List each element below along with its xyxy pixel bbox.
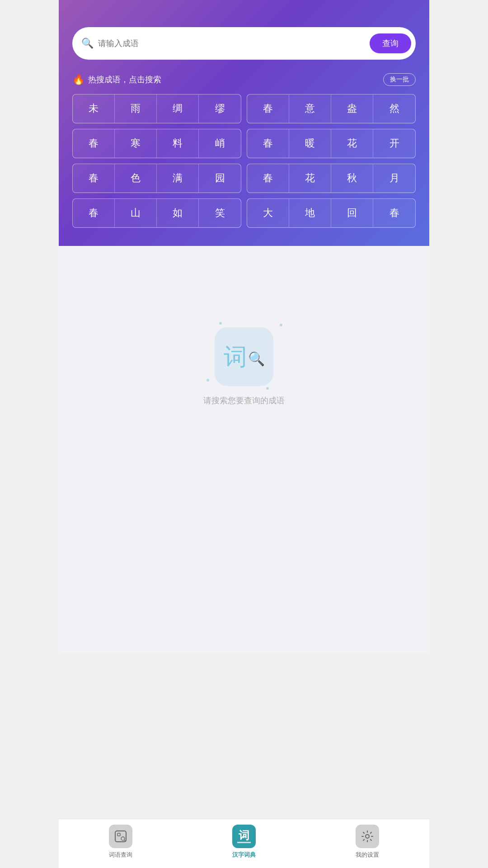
idiom-char: 春: [247, 164, 289, 193]
nav-item-my-settings[interactable]: 我的设置: [306, 825, 429, 859]
idiom-char: 绸: [157, 94, 199, 123]
idiom-char: 春: [247, 94, 289, 123]
empty-icon-box: 词 🔍: [215, 327, 273, 386]
empty-state: 词 🔍 请搜索您要查询的成语: [203, 327, 285, 406]
idiom-card-3[interactable]: 春暖花开: [247, 129, 416, 158]
hot-title: 🔥 热搜成语，点击搜索: [72, 74, 161, 85]
nav-icon-hanzi-dict: 词: [232, 825, 256, 848]
idiom-char: 春: [247, 129, 289, 158]
idiom-char: 满: [157, 164, 199, 193]
idiom-char: 秋: [331, 164, 373, 193]
dict-search-icon: 🔍: [248, 351, 265, 367]
dict-icon-inner: 词: [237, 830, 251, 843]
idiom-char: 笑: [199, 199, 241, 227]
nav-label-word-query: 词语查询: [109, 851, 132, 859]
search-input[interactable]: [98, 39, 370, 48]
settings-gear-icon: [361, 830, 374, 843]
search-bar: 🔍 查询: [72, 27, 416, 60]
refresh-button[interactable]: 换一批: [383, 73, 416, 86]
idiom-card-4[interactable]: 春色满园: [72, 164, 241, 193]
idiom-char: 地: [289, 199, 331, 227]
nav-item-hanzi-dict[interactable]: 词 汉字词典: [182, 825, 305, 859]
nav-label-hanzi-dict: 汉字词典: [232, 851, 256, 859]
word-query-icon: [114, 830, 127, 843]
idiom-card-5[interactable]: 春花秋月: [247, 164, 416, 193]
hot-header: 🔥 热搜成语，点击搜索 换一批: [72, 73, 416, 86]
idiom-char: 盎: [331, 94, 373, 123]
idiom-char: 春: [373, 199, 415, 227]
idiom-card-6[interactable]: 春山如笑: [72, 198, 241, 228]
idiom-char: 雨: [115, 94, 157, 123]
search-icon: 🔍: [81, 38, 94, 49]
idiom-char: 回: [331, 199, 373, 227]
idiom-grid: 未雨绸缪春意盎然春寒料峭春暖花开春色满园春花秋月春山如笑大地回春: [72, 94, 416, 228]
idiom-char: 色: [115, 164, 157, 193]
idiom-char: 春: [73, 164, 115, 193]
idiom-char: 园: [199, 164, 241, 193]
bottom-nav: 词语查询 词 汉字词典 我的设置: [59, 819, 429, 868]
svg-point-4: [366, 835, 369, 838]
svg-line-3: [124, 840, 126, 841]
empty-label: 请搜索您要查询的成语: [203, 395, 285, 406]
hot-title-label: 热搜成语，点击搜索: [88, 74, 161, 85]
idiom-char: 花: [289, 164, 331, 193]
idiom-card-0[interactable]: 未雨绸缪: [72, 94, 241, 123]
idiom-char: 然: [373, 94, 415, 123]
nav-label-my-settings: 我的设置: [356, 851, 379, 859]
dict-char: 词: [239, 830, 249, 841]
idiom-char: 如: [157, 199, 199, 227]
idiom-char: 料: [157, 129, 199, 158]
idiom-char: 峭: [199, 129, 241, 158]
nav-icon-word-query: [109, 825, 132, 848]
idiom-char: 春: [73, 199, 115, 227]
idiom-char: 月: [373, 164, 415, 193]
dict-underline: [237, 842, 251, 843]
search-button[interactable]: 查询: [370, 33, 411, 53]
idiom-char: 意: [289, 94, 331, 123]
dot-decoration: [206, 379, 209, 382]
idiom-char: 大: [247, 199, 289, 227]
dot-decoration: [219, 322, 222, 325]
nav-icon-my-settings: [356, 825, 379, 848]
idiom-card-7[interactable]: 大地回春: [247, 198, 416, 228]
dot-decoration: [266, 387, 269, 390]
dot-decoration: [280, 324, 282, 326]
header-section: 🔍 查询 🔥 热搜成语，点击搜索 换一批 未雨绸缪春意盎然春寒料峭春暖花开春色满…: [59, 0, 429, 246]
idiom-char: 山: [115, 199, 157, 227]
idiom-card-2[interactable]: 春寒料峭: [72, 129, 241, 158]
idiom-char: 暖: [289, 129, 331, 158]
nav-item-word-query[interactable]: 词语查询: [59, 825, 182, 859]
idiom-char: 未: [73, 94, 115, 123]
svg-rect-1: [117, 833, 120, 836]
idiom-char: 花: [331, 129, 373, 158]
idiom-card-1[interactable]: 春意盎然: [247, 94, 416, 123]
idiom-char: 寒: [115, 129, 157, 158]
dict-word-icon: 词: [224, 345, 247, 368]
idiom-char: 春: [73, 129, 115, 158]
idiom-char: 缪: [199, 94, 241, 123]
fire-icon: 🔥: [72, 74, 84, 85]
main-content: 词 🔍 请搜索您要查询的成语: [59, 246, 429, 653]
idiom-char: 开: [373, 129, 415, 158]
